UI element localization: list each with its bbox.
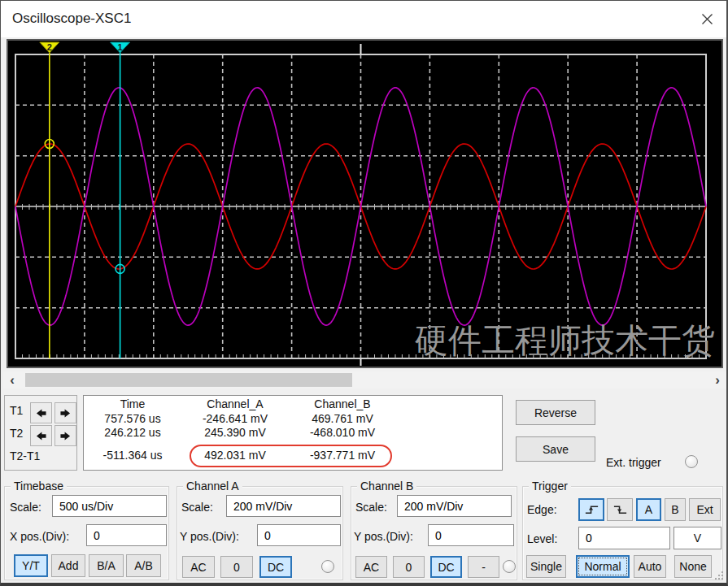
trigger-auto-button[interactable]: Auto <box>634 555 666 578</box>
channel-a-ypos-label: Y pos.(Div): <box>180 530 239 543</box>
save-button[interactable]: Save <box>516 436 595 462</box>
channel-b-zero-button[interactable]: 0 <box>393 556 425 578</box>
cursor-1-cyan[interactable]: 1 <box>111 42 130 359</box>
rising-edge-button[interactable] <box>578 498 604 521</box>
channel-a-scale-input[interactable] <box>226 495 341 517</box>
t1-channel-b: 469.761 mV <box>289 412 396 426</box>
trigger-source-ext-button[interactable]: Ext <box>689 498 721 521</box>
t1-channel-a: -246.641 mV <box>181 412 289 426</box>
col-channel-b: Channel_B <box>289 397 396 411</box>
cursor-control-box: T1 T2 T2-T1 <box>4 395 77 471</box>
red-highlight-annotation <box>190 445 392 467</box>
add-mode-button[interactable]: Add <box>51 554 85 577</box>
t2-left-button[interactable] <box>30 425 52 446</box>
t2-channel-b: -468.010 mV <box>289 426 396 440</box>
channel-b-ypos-input[interactable] <box>428 524 514 546</box>
col-time: Time <box>84 397 181 411</box>
timebase-xpos-input[interactable] <box>86 524 167 546</box>
ba-mode-button[interactable]: B/A <box>89 554 124 577</box>
channel-b-ac-button[interactable]: AC <box>355 556 387 578</box>
channel-b-scale-label: Scale: <box>355 501 387 514</box>
channel-a-ypos-input[interactable] <box>257 524 341 546</box>
channel-b-dc-button[interactable]: DC <box>430 556 462 578</box>
trigger-group: Trigger Edge: A B Ext Level: V Single No… <box>522 486 723 580</box>
trigger-source-a-button[interactable]: A <box>636 498 661 521</box>
channel-a-radio[interactable] <box>321 560 334 573</box>
cursor-2-label: 2 <box>47 42 52 52</box>
chevron-right-icon[interactable]: › <box>710 371 725 388</box>
channel-a-dc-button[interactable]: DC <box>259 556 292 578</box>
timebase-xpos-label: X pos.(Div): <box>10 530 69 543</box>
t1-left-button[interactable] <box>30 402 52 423</box>
scope-canvas: 2 1 硬件工程师技术干货 <box>8 41 721 367</box>
t1-right-button[interactable] <box>54 402 76 423</box>
t1-readout-row: 757.576 us -246.641 mV 469.761 mV <box>84 412 502 426</box>
scrollbar-thumb[interactable] <box>25 373 352 387</box>
readout-header-row: Time Channel_A Channel_B <box>84 397 502 411</box>
arrow-right-icon <box>59 431 72 441</box>
oscilloscope-window: Oscilloscope-XSC1 2 <box>0 0 728 586</box>
close-icon <box>701 13 713 25</box>
timebase-scale-label: Scale: <box>10 501 41 514</box>
ab-mode-button[interactable]: A/B <box>126 554 161 577</box>
timebase-group-label: Timebase <box>11 480 67 493</box>
chevron-left-icon[interactable]: ‹ <box>5 371 20 388</box>
title-bar: Oscilloscope-XSC1 <box>1 1 726 37</box>
horizontal-scrollbar: ‹ › <box>3 371 726 388</box>
measurement-readout: Time Channel_A Channel_B 757.576 us -246… <box>83 395 503 471</box>
trigger-normal-button[interactable]: Normal <box>576 555 630 578</box>
col-channel-a: Channel_A <box>181 397 289 411</box>
trigger-group-label: Trigger <box>529 480 571 493</box>
falling-edge-button[interactable] <box>607 498 633 521</box>
trigger-level-input[interactable] <box>578 527 670 549</box>
channel-a-group-label: Channel A <box>183 480 242 493</box>
t2-right-button[interactable] <box>54 425 76 446</box>
trigger-single-button[interactable]: Single <box>526 555 566 578</box>
t1-label: T1 <box>10 404 23 417</box>
trigger-level-label: Level: <box>527 532 557 545</box>
falling-edge-icon <box>612 504 628 515</box>
channel-a-group: Channel A Scale: Y pos.(Div): AC 0 DC <box>177 486 343 580</box>
ext-trigger-radio[interactable] <box>685 455 698 468</box>
delta-time: -511.364 us <box>84 449 181 462</box>
channel-b-group-label: Channel B <box>357 480 416 493</box>
channel-b-minus-button[interactable]: - <box>468 556 499 578</box>
window-title: Oscilloscope-XSC1 <box>12 11 131 27</box>
close-button[interactable] <box>694 6 720 32</box>
t2-time: 246.212 us <box>84 426 181 440</box>
channel-a-zero-button[interactable]: 0 <box>220 556 253 578</box>
timebase-group: Timebase Scale: X pos.(Div): Y/T Add B/A… <box>4 486 169 580</box>
arrow-right-icon <box>59 408 72 419</box>
trigger-none-button[interactable]: None <box>674 555 712 578</box>
ext-trigger-label: Ext. trigger <box>606 456 661 469</box>
channel-b-scale-input[interactable] <box>397 495 512 517</box>
resize-grip-icon[interactable] <box>713 570 725 581</box>
channel-a-scale-label: Scale: <box>181 501 213 514</box>
rising-edge-icon <box>584 504 599 515</box>
t2-channel-a: 245.390 mV <box>181 426 289 440</box>
trigger-edge-label: Edge: <box>527 503 557 516</box>
channel-b-radio[interactable] <box>503 560 516 573</box>
t2-readout-row: 246.212 us 245.390 mV -468.010 mV <box>84 426 502 440</box>
t1-time: 757.576 us <box>84 412 181 426</box>
trigger-source-b-button[interactable]: B <box>665 498 686 521</box>
channel-b-group: Channel B Scale: Y pos.(Div): AC 0 DC - <box>351 486 517 580</box>
t2-label: T2 <box>10 427 23 440</box>
scope-display: 2 1 硬件工程师技术干货 <box>7 39 723 368</box>
channel-b-ypos-label: Y pos.(Div): <box>354 530 413 543</box>
cursor-1-label: 1 <box>118 42 123 52</box>
trigger-level-unit[interactable]: V <box>674 527 721 549</box>
cursor-2-yellow[interactable]: 2 <box>40 42 59 359</box>
yt-mode-button[interactable]: Y/T <box>14 554 48 577</box>
arrow-left-icon <box>35 408 47 419</box>
watermark-text: 硬件工程师技术干货 <box>415 322 715 359</box>
t2-minus-t1-label: T2-T1 <box>10 449 40 462</box>
arrow-left-icon <box>35 431 47 441</box>
timebase-scale-input[interactable] <box>52 495 167 517</box>
channel-a-ac-button[interactable]: AC <box>182 556 215 578</box>
reverse-button[interactable]: Reverse <box>516 400 595 425</box>
